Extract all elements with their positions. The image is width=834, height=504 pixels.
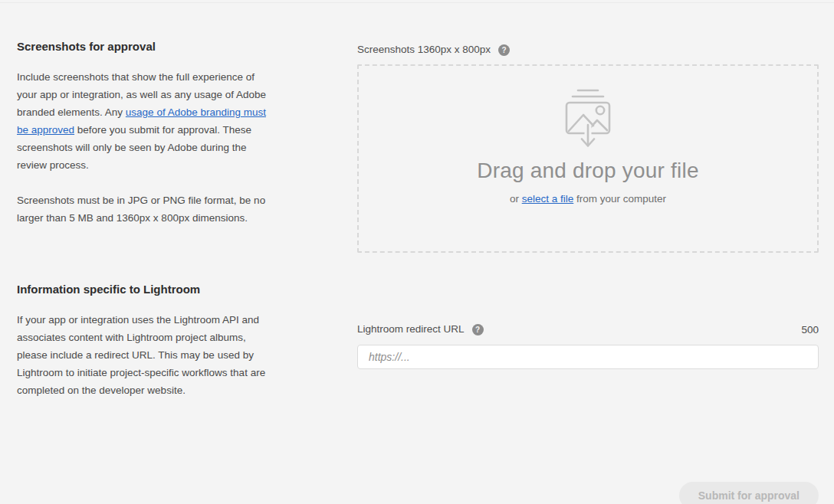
lightroom-section-paragraph: If your app or integration uses the Ligh… <box>17 311 270 399</box>
select-file-link[interactable]: select a file <box>522 193 574 205</box>
subtitle-text: or <box>510 193 522 205</box>
submit-for-approval-button[interactable]: Submit for approval <box>679 482 819 504</box>
char-count: 500 <box>801 324 819 335</box>
screenshots-section-heading: Screenshots for approval <box>17 40 270 54</box>
redirect-url-input[interactable] <box>357 345 819 369</box>
description-column: Screenshots for approval Include screens… <box>17 0 270 399</box>
redirect-field-label-row: Lightroom redirect URL ? 500 <box>357 323 819 335</box>
dropzone-title: Drag and drop your file <box>477 159 698 183</box>
dropzone-subtitle: or select a file from your computer <box>510 193 666 205</box>
screenshots-field-label: Screenshots 1360px x 800px <box>357 44 491 56</box>
screenshots-section-paragraph-2: Screenshots must be in JPG or PNG file f… <box>17 191 270 227</box>
image-drop-icon <box>560 87 616 151</box>
file-dropzone[interactable]: Drag and drop your file or select a file… <box>357 64 819 253</box>
button-row: Submit for approval <box>357 482 819 504</box>
subtitle-text: from your computer <box>573 193 666 205</box>
redirect-field-label: Lightroom redirect URL <box>357 323 465 335</box>
help-icon[interactable]: ? <box>472 324 484 335</box>
screenshots-field-label-row: Screenshots 1360px x 800px ? <box>357 44 819 56</box>
help-icon[interactable]: ? <box>498 44 510 56</box>
lightroom-section-heading: Information specific to Lightroom <box>17 283 270 296</box>
form-column: Screenshots 1360px x 800px ? Drag and dr <box>357 0 819 504</box>
screenshots-section-paragraph-1: Include screenshots that show the full e… <box>17 68 270 174</box>
